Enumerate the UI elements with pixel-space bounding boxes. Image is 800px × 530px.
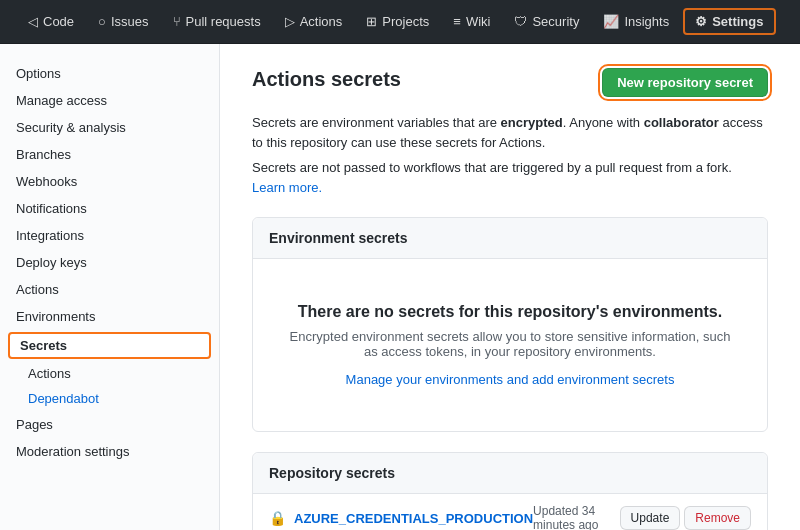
env-section-header: Environment secrets (253, 218, 767, 259)
description-2: Secrets are not passed to workflows that… (252, 158, 768, 197)
sidebar-item-dependabot[interactable]: Dependabot (0, 386, 219, 411)
manage-environments-link[interactable]: Manage your environments and add environ… (346, 372, 675, 387)
wiki-icon: ≡ (453, 14, 461, 29)
sidebar-item-integrations[interactable]: Integrations (0, 222, 219, 249)
page-layout: Options Manage access Security & analysi… (0, 44, 800, 530)
top-nav: ◁ Code ○ Issues ⑂ Pull requests ▷ Action… (0, 0, 800, 44)
sidebar-item-secrets[interactable]: Secrets (8, 332, 211, 359)
sidebar-item-options[interactable]: Options (0, 60, 219, 87)
issues-icon: ○ (98, 14, 106, 29)
nav-actions[interactable]: ▷ Actions (273, 0, 355, 44)
nav-wiki[interactable]: ≡ Wiki (441, 0, 502, 44)
secret-updated-time: Updated 34 minutes ago (533, 504, 604, 530)
code-icon: ◁ (28, 14, 38, 29)
secret-name: AZURE_CREDENTIALS_PRODUCTION (294, 511, 533, 526)
learn-more-link[interactable]: Learn more. (252, 180, 322, 195)
env-section-body: There are no secrets for this repository… (253, 259, 767, 431)
nav-settings[interactable]: ⚙ Settings (683, 8, 775, 35)
actions-icon: ▷ (285, 14, 295, 29)
sidebar-item-pages[interactable]: Pages (0, 411, 219, 438)
update-secret-button[interactable]: Update (620, 506, 681, 530)
sidebar-item-webhooks[interactable]: Webhooks (0, 168, 219, 195)
remove-secret-button[interactable]: Remove (684, 506, 751, 530)
sidebar-item-notifications[interactable]: Notifications (0, 195, 219, 222)
sidebar-item-security-analysis[interactable]: Security & analysis (0, 114, 219, 141)
env-empty-title: There are no secrets for this repository… (289, 303, 731, 321)
repository-secrets-section: Repository secrets 🔒 AZURE_CREDENTIALS_P… (252, 452, 768, 530)
main-content: Actions secrets New repository secret Se… (220, 44, 800, 530)
nav-security[interactable]: 🛡 Security (502, 0, 591, 44)
sidebar-item-deploy-keys[interactable]: Deploy keys (0, 249, 219, 276)
env-empty-body: Encrypted environment secrets allow you … (289, 329, 731, 359)
sidebar-item-moderation[interactable]: Moderation settings (0, 438, 219, 465)
nav-pull-requests[interactable]: ⑂ Pull requests (161, 0, 273, 44)
sidebar-item-manage-access[interactable]: Manage access (0, 87, 219, 114)
projects-icon: ⊞ (366, 14, 377, 29)
lock-icon: 🔒 (269, 510, 286, 526)
sidebar-item-actions-main[interactable]: Actions (0, 276, 219, 303)
pull-requests-icon: ⑂ (173, 14, 181, 29)
security-icon: 🛡 (514, 14, 527, 29)
page-header: Actions secrets New repository secret (252, 68, 768, 97)
sidebar-item-branches[interactable]: Branches (0, 141, 219, 168)
description-1: Secrets are environment variables that a… (252, 113, 768, 152)
nav-insights[interactable]: 📈 Insights (591, 0, 681, 44)
page-title: Actions secrets (252, 68, 401, 91)
settings-sidebar: Options Manage access Security & analysi… (0, 44, 220, 530)
new-repository-secret-button[interactable]: New repository secret (602, 68, 768, 97)
nav-code[interactable]: ◁ Code (16, 0, 86, 44)
nav-issues[interactable]: ○ Issues (86, 0, 160, 44)
insights-icon: 📈 (603, 14, 619, 29)
sidebar-item-actions-sub[interactable]: Actions (0, 361, 219, 386)
environment-secrets-section: Environment secrets There are no secrets… (252, 217, 768, 432)
sidebar-item-environments[interactable]: Environments (0, 303, 219, 330)
repo-section-header: Repository secrets (253, 453, 767, 494)
nav-projects[interactable]: ⊞ Projects (354, 0, 441, 44)
env-empty-state: There are no secrets for this repository… (269, 283, 751, 407)
repo-secrets-list: 🔒 AZURE_CREDENTIALS_PRODUCTION Updated 3… (253, 494, 767, 530)
table-row: 🔒 AZURE_CREDENTIALS_PRODUCTION Updated 3… (253, 494, 767, 530)
settings-icon: ⚙ (695, 14, 707, 29)
